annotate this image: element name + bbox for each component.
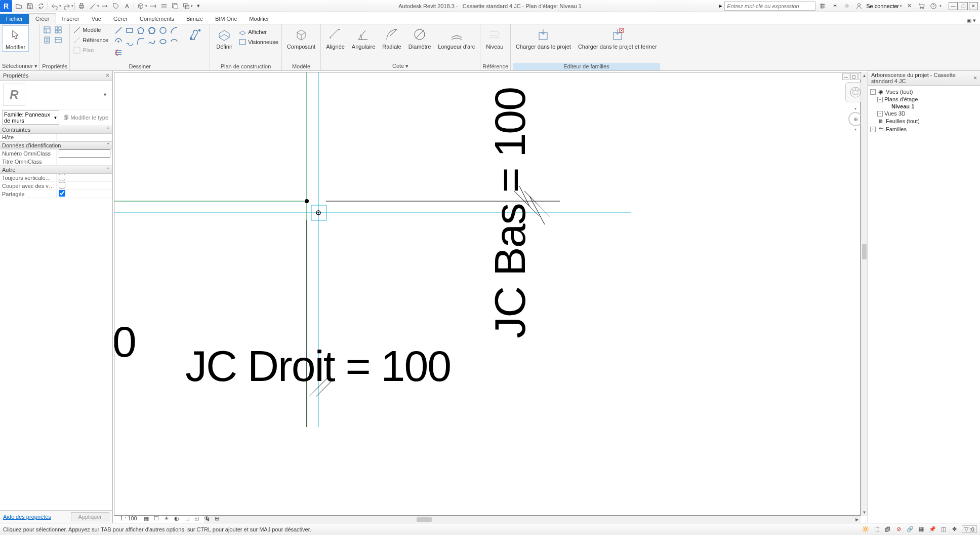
tab-modify[interactable]: Modifier <box>243 14 275 24</box>
drag-elements-icon[interactable]: ✥ <box>951 525 959 533</box>
group-other[interactable]: Autre⌃ <box>0 166 112 174</box>
partial-ellipse-tool[interactable] <box>169 36 179 47</box>
edit-type-button[interactable]: 🗐Modifier le type <box>61 110 110 125</box>
arc-start-end-tool[interactable] <box>169 25 179 35</box>
load-close-button[interactable]: Charger dans le projet et fermer <box>575 25 660 51</box>
properties-help-link[interactable]: Aide des propriétés <box>3 514 51 520</box>
arc-tangent-tool[interactable] <box>125 36 135 47</box>
scale-display[interactable]: 1 : 100 <box>117 515 140 521</box>
select-links-icon[interactable]: 🔗 <box>906 525 914 533</box>
ribbon-minimize-icon[interactable]: ▣ ▾ <box>966 17 980 24</box>
close-button[interactable]: ✕ <box>969 2 978 10</box>
group-constraints[interactable]: Contraintes⌃ <box>0 126 112 134</box>
hide-isolate-icon[interactable]: 👁 <box>203 514 211 522</box>
type-dropdown[interactable]: ▼ <box>101 90 109 99</box>
modify-button[interactable]: Modifier <box>2 25 29 52</box>
family-combobox[interactable]: Famille: Panneaux de murs▼ <box>2 110 59 125</box>
tree-sheets[interactable]: 🗎Feuilles (tout) <box>870 117 978 125</box>
project-browser-title[interactable]: Arborescence du projet - Cassette standa… <box>868 71 980 86</box>
user-icon[interactable] <box>854 1 864 11</box>
default3d-icon[interactable] <box>136 2 145 11</box>
editable-only-icon[interactable]: ⬚ <box>873 525 881 533</box>
dim-angular-button[interactable]: Angulaire <box>349 25 378 51</box>
redo-icon[interactable] <box>62 2 71 11</box>
dimension-horizontal[interactable]: JC Droit = 100 <box>185 341 451 391</box>
minimize-button[interactable]: — <box>949 2 958 10</box>
prop-cut-voids-checkbox[interactable] <box>59 182 65 188</box>
apply-button[interactable]: Appliquer <box>71 512 109 521</box>
circle-tool[interactable] <box>158 25 168 35</box>
shadows-icon[interactable]: ◐ <box>173 514 181 522</box>
signin-label[interactable]: Se connecter <box>866 3 899 9</box>
qat-customize-icon[interactable]: ▾ <box>194 2 203 11</box>
section-icon[interactable] <box>148 2 157 11</box>
crop-region-icon[interactable]: ⊡ <box>193 514 201 522</box>
panel-cote-title[interactable]: Cote ▾ <box>323 62 478 70</box>
line-tool[interactable] <box>113 25 124 35</box>
fillet-arc-tool[interactable] <box>136 36 146 47</box>
properties-button[interactable] <box>42 25 52 34</box>
reference-line-button[interactable]: Référence <box>72 35 109 45</box>
text-icon[interactable]: A <box>123 2 132 11</box>
switch-windows-icon[interactable] <box>182 2 191 11</box>
sun-path-icon[interactable]: ☀ <box>162 514 171 522</box>
prop-always-vertical-checkbox[interactable] <box>59 174 65 180</box>
panel-select-title[interactable]: Sélectionner ▾ <box>2 62 37 70</box>
ellipse-tool[interactable] <box>158 36 168 47</box>
rectangle-tool[interactable] <box>125 25 135 35</box>
open-icon[interactable] <box>14 2 23 11</box>
canvas[interactable]: JC Bas = 100 JC Droit = 100 0 — ▢ × ▾ ⊕ … <box>113 71 868 523</box>
polygon-circumscribed-tool[interactable] <box>147 25 157 35</box>
select-pinned-icon[interactable]: 📌 <box>928 525 936 533</box>
arc-center-tool[interactable] <box>113 36 124 47</box>
exchange-icon[interactable]: ✕ <box>904 1 914 11</box>
worksets-icon[interactable]: 🔆 <box>862 525 870 533</box>
print-icon[interactable] <box>77 2 86 11</box>
properties-title[interactable]: Propriétés × <box>0 71 112 81</box>
view-min-icon[interactable]: — <box>842 73 849 80</box>
tab-manage[interactable]: Gérer <box>107 14 134 24</box>
undo-icon[interactable] <box>50 2 59 11</box>
thinlines-icon[interactable] <box>159 2 169 11</box>
tab-insert[interactable]: Insérer <box>56 14 86 24</box>
maximize-button[interactable]: ▢ <box>959 2 968 10</box>
component-button[interactable]: Composant <box>284 25 318 51</box>
dim-arclen-button[interactable]: Longueur d'arc <box>435 25 478 51</box>
type-properties-button[interactable] <box>42 35 52 45</box>
tab-create[interactable]: Créer <box>29 13 56 24</box>
view-max-icon[interactable]: ▢ <box>850 73 858 80</box>
close-inactive-icon[interactable] <box>171 2 180 11</box>
pick-lines-tool[interactable] <box>113 48 124 58</box>
exclude-options-icon[interactable]: ⊘ <box>895 525 903 533</box>
spline-tool[interactable] <box>147 36 157 47</box>
group-identity[interactable]: Données d'identification⌃ <box>0 141 112 149</box>
tab-bimone[interactable]: BIM One <box>209 14 243 24</box>
prop-omninum-input[interactable] <box>59 149 110 158</box>
favorite-icon[interactable]: ☆ <box>842 1 852 11</box>
reveal-hidden-icon[interactable]: ⊞ <box>213 514 221 522</box>
tree-level1[interactable]: Niveau 1 <box>870 103 978 110</box>
detail-level-icon[interactable]: ▦ <box>142 514 150 522</box>
sync-icon[interactable] <box>36 2 46 11</box>
load-project-button[interactable]: Charger dans le projet <box>513 25 574 51</box>
selection-filter[interactable]: ▽:0 <box>962 525 977 533</box>
tree-families[interactable]: +🗀Familles <box>870 125 978 133</box>
dim-aligned-button[interactable]: Alignée <box>323 25 348 51</box>
search-input[interactable] <box>724 2 815 11</box>
app-menu-button[interactable]: R <box>0 0 12 12</box>
info-arrow-icon[interactable]: ▸ <box>719 3 722 9</box>
tag-icon[interactable] <box>111 2 120 11</box>
horizontal-scrollbar[interactable]: ◀▶ <box>204 516 861 523</box>
family-category-button[interactable] <box>53 35 63 45</box>
dimension-vertical[interactable]: JC Bas = 100 <box>485 88 535 338</box>
tree-floorplans[interactable]: −Plans d'étage <box>870 96 978 103</box>
search-icon[interactable] <box>818 1 828 11</box>
tab-bimize[interactable]: Bimize <box>180 14 209 24</box>
vertical-scrollbar[interactable]: ▲▼ <box>861 72 868 516</box>
prop-shared-checkbox[interactable] <box>59 190 65 197</box>
model-line-button[interactable]: Modèle <box>72 25 109 34</box>
tree-views[interactable]: −◉Vues (tout) <box>870 88 978 96</box>
select-underlay-icon[interactable]: ▦ <box>917 525 925 533</box>
dim-diameter-button[interactable]: Diamètre <box>405 25 434 51</box>
crop-view-icon[interactable]: ⬚ <box>183 514 191 522</box>
